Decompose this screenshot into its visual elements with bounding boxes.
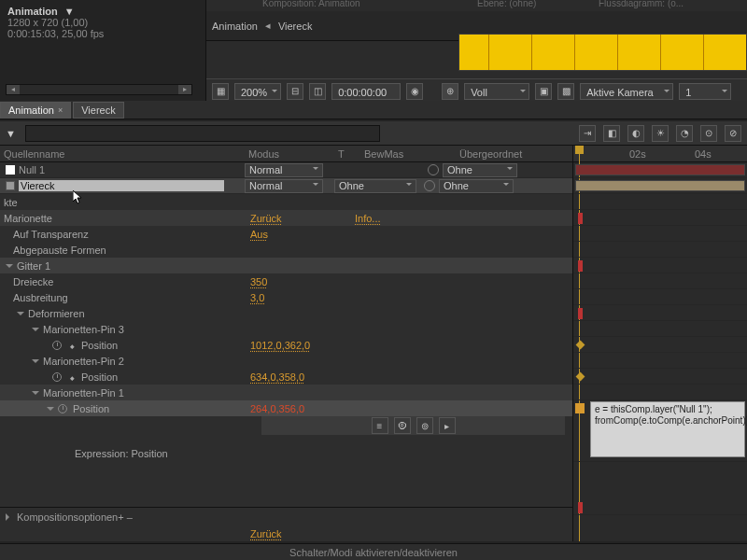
col-mode[interactable]: Modus [245, 148, 334, 160]
search-input[interactable] [25, 125, 380, 142]
panel-menu-icon[interactable]: ▼ [0, 128, 21, 139]
col-parent[interactable]: Übergeordnet [456, 148, 557, 160]
timeline-pane[interactable]: 02s 04s e = thisComp.layer("Null 1"); fr… [573, 146, 747, 541]
breadcrumb-1[interactable]: Animation [212, 21, 258, 32]
timecode-display[interactable]: 0:00:00:00 [331, 83, 401, 100]
markers-icon[interactable]: ⊘ [725, 125, 741, 142]
prop-marionette[interactable]: Marionette [0, 213, 52, 224]
scroll-left-icon[interactable]: ◂ [7, 85, 20, 94]
time-ruler[interactable]: 02s 04s [573, 146, 747, 162]
channel-icon[interactable]: ⊕ [442, 83, 458, 100]
zoom-dropdown[interactable]: 200% [234, 83, 281, 100]
keyframe-marker[interactable] [578, 308, 583, 319]
expression-keyframe[interactable] [575, 403, 585, 413]
camera-dropdown[interactable]: Aktive Kamera [580, 83, 673, 100]
tab-viereck[interactable]: Viereck [73, 102, 123, 119]
expr-graph-icon[interactable]: ⭗ [394, 417, 411, 434]
comp-plus-minus[interactable]: + – [118, 511, 133, 523]
twirl-icon[interactable] [6, 513, 13, 521]
close-icon[interactable]: × [58, 105, 63, 115]
prop-position[interactable]: Position [67, 403, 109, 414]
footer-toggle[interactable]: Schalter/Modi aktivieren/deaktivieren [0, 543, 747, 560]
keyframe-marker[interactable] [578, 502, 583, 513]
expr-pickwhip-icon[interactable]: ⊚ [416, 417, 433, 434]
mode-dropdown[interactable]: Normal [245, 179, 323, 193]
pickwhip-icon[interactable] [428, 164, 439, 175]
twirl-icon[interactable] [6, 264, 13, 272]
twirl-icon[interactable] [32, 359, 39, 367]
twirl-icon[interactable] [32, 328, 39, 335]
prop-pin1[interactable]: Marionetten-Pin 1 [39, 387, 124, 399]
keyframe-icon[interactable] [576, 372, 585, 382]
panel-tab-komposition[interactable]: Komposition: Animation [262, 0, 360, 8]
prop-pin3[interactable]: Marionetten-Pin 3 [39, 324, 124, 335]
expr-language-icon[interactable]: ▸ [439, 417, 456, 434]
col-t[interactable]: T [334, 148, 360, 160]
stopwatch-icon[interactable] [58, 404, 67, 413]
val-info[interactable]: Info... [355, 213, 381, 224]
keyframe-icon[interactable] [576, 341, 585, 350]
stopwatch-icon[interactable] [52, 372, 62, 382]
prop-transparent[interactable]: Auf Transparenz [0, 229, 89, 240]
snapshot-icon[interactable]: ◉ [406, 83, 423, 100]
pickwhip-icon[interactable] [424, 180, 435, 191]
mask-icon[interactable]: ◫ [309, 83, 326, 100]
expression-editor[interactable]: e = thisComp.layer("Null 1"); fromComp(e… [590, 401, 745, 457]
comp-menu-arrow-icon[interactable]: ▼ [64, 6, 75, 17]
trkmat-dropdown[interactable]: Ohne [334, 179, 416, 193]
prop-position[interactable]: Position [76, 371, 118, 383]
layer-name[interactable]: Null 1 [19, 164, 45, 175]
val-pin1[interactable]: 264,0,356,0 [250, 403, 304, 414]
prop-effects-trunc[interactable]: kte [0, 197, 18, 208]
prop-triangles[interactable]: Dreiecke [0, 276, 53, 287]
col-source[interactable]: Quellenname [0, 148, 245, 160]
render-icon[interactable]: ⊙ [700, 125, 717, 142]
prop-grid[interactable]: Gitter 1 [13, 260, 50, 272]
color-swatch[interactable] [6, 165, 15, 175]
tab-animation[interactable]: Animation× [0, 102, 71, 119]
twirl-icon[interactable] [47, 407, 54, 414]
parent-dropdown[interactable]: Ohne [443, 163, 517, 177]
prop-extent[interactable]: Ausbreitung [0, 292, 68, 303]
expr-enable-icon[interactable]: ≡ [372, 417, 388, 434]
graph-icon[interactable]: ◔ [676, 125, 693, 142]
transparency-icon[interactable]: ▩ [557, 83, 574, 100]
prop-deform[interactable]: Deformieren [24, 308, 85, 319]
prop-paused[interactable]: Abgepauste Formen [0, 245, 106, 256]
parent-dropdown[interactable]: Ohne [439, 179, 514, 193]
layer-bar-null[interactable] [575, 164, 745, 175]
val-marionette[interactable]: Zurück [250, 213, 282, 224]
preview-thumbnail[interactable] [458, 34, 747, 71]
resolution-dropdown[interactable]: Voll [464, 83, 529, 100]
crop-icon[interactable]: ⊟ [287, 83, 303, 100]
panel-tab-fluss[interactable]: Flussdiagramm: (o... [599, 0, 684, 8]
scroll-right-icon[interactable]: ▸ [178, 85, 191, 94]
stopwatch-icon[interactable] [52, 341, 62, 350]
val-triangles[interactable]: 350 [250, 276, 267, 287]
keyframe-marker[interactable] [578, 213, 583, 224]
col-trkmat[interactable]: BewMas [360, 148, 456, 160]
panel-tab-ebene[interactable]: Ebene: (ohne) [477, 0, 536, 8]
project-scrollbar[interactable]: ◂ ▸ [6, 84, 192, 95]
layer-name-selected[interactable]: Viereck [19, 180, 224, 191]
views-dropdown[interactable]: 1 Ans... [679, 83, 731, 100]
frame-blend-icon[interactable]: ◧ [603, 125, 620, 142]
shy-icon[interactable]: ⇥ [579, 125, 596, 142]
prop-position[interactable]: Position [76, 340, 118, 351]
roi-icon[interactable]: ▣ [535, 83, 552, 100]
motion-blur-icon[interactable]: ◐ [627, 125, 644, 142]
keyframe-marker[interactable] [578, 260, 583, 272]
val-extent[interactable]: 3,0 [250, 292, 264, 303]
mode-dropdown[interactable]: Normal [245, 163, 323, 177]
twirl-icon[interactable] [17, 312, 24, 319]
val-komp[interactable]: Zurück [250, 528, 282, 539]
comp-title[interactable]: Animation [7, 6, 58, 17]
layer-bar-viereck[interactable] [575, 180, 745, 191]
twirl-icon[interactable] [32, 391, 39, 399]
val-pin2[interactable]: 634,0,358,0 [250, 371, 304, 383]
layer-row-viereck[interactable]: Viereck Normal Ohne Ohne [0, 178, 572, 194]
prop-pin2[interactable]: Marionetten-Pin 2 [39, 356, 124, 367]
val-transparent[interactable]: Aus [250, 229, 268, 240]
breadcrumb-2[interactable]: Viereck [278, 21, 312, 32]
color-swatch[interactable] [6, 181, 15, 190]
